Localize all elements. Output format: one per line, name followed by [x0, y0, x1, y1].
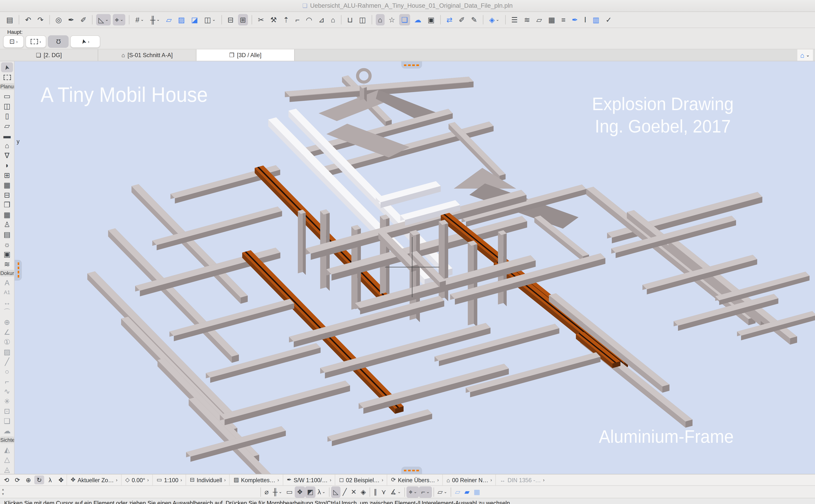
- transfer-settings-button[interactable]: ⇄: [444, 14, 455, 26]
- 3d-viewport[interactable]: A Tiny Mobil House Explosion Drawing Ing…: [14, 61, 815, 474]
- toolbox-section-sichten[interactable]: Sichte: [0, 437, 14, 443]
- layers-button[interactable]: ☰: [509, 14, 520, 26]
- tool-spline[interactable]: ∿: [1, 386, 13, 396]
- parallel-constraint-button[interactable]: ∥: [372, 486, 379, 498]
- walk-mode-button[interactable]: λ: [45, 475, 55, 484]
- guide-lines-toggle[interactable]: ◺: [331, 486, 341, 498]
- tool-polyline[interactable]: ⌐: [1, 376, 13, 386]
- tool-hotspot[interactable]: ✳: [1, 396, 13, 406]
- schedule-button[interactable]: ▥: [590, 14, 601, 26]
- tool-column[interactable]: ▯: [1, 111, 13, 121]
- model-beam-face[interactable]: [332, 414, 432, 446]
- pane-handle-left[interactable]: [14, 260, 22, 281]
- model-beam-face[interactable]: [474, 241, 477, 327]
- favorites-button[interactable]: ⌂: [376, 14, 384, 26]
- tool-drawing-id[interactable]: ①: [1, 337, 13, 347]
- zoom-in-button[interactable]: ⊕: [23, 475, 33, 484]
- view-settings-menu[interactable]: ⌂ ⌄: [797, 49, 813, 61]
- tool-lamp[interactable]: ☼: [1, 239, 13, 249]
- tool-arrow[interactable]: ➤: [1, 62, 13, 72]
- tool-elevation-marker[interactable]: △: [1, 454, 13, 464]
- tool-shell[interactable]: ∇: [1, 150, 13, 160]
- trim-button[interactable]: ⌐: [293, 14, 302, 26]
- grid-light-button[interactable]: ▱: [453, 486, 462, 498]
- subelement-select-button[interactable]: ◩: [305, 486, 315, 498]
- model-view-item[interactable]: ▨Komplettes…›: [229, 474, 283, 485]
- view-forward-button[interactable]: ⟳: [12, 475, 22, 484]
- cutaway-3d-button[interactable]: ◈⌄: [487, 14, 501, 26]
- ruler-button[interactable]: ▭: [284, 486, 295, 498]
- tool-beam[interactable]: ▬: [1, 130, 13, 140]
- undo-button[interactable]: ↶: [23, 14, 33, 26]
- tab-3d-alle[interactable]: ❒[3D / Alle]: [196, 49, 295, 61]
- tool-label[interactable]: A1: [1, 287, 13, 297]
- toolbox-scroll-arrows[interactable]: ▴▾: [2, 487, 4, 496]
- favorites-star-button[interactable]: ☆: [386, 14, 397, 26]
- model-beam-face[interactable]: [87, 271, 233, 415]
- model-beam-face[interactable]: [549, 293, 669, 386]
- measure-button[interactable]: ⊟: [226, 14, 236, 26]
- composites-button[interactable]: ≡: [559, 14, 568, 26]
- tool-figure[interactable]: ⊡: [1, 406, 13, 416]
- tool-opening[interactable]: ❒: [1, 200, 13, 210]
- user-profile-button[interactable]: λ⌄: [316, 486, 328, 498]
- pane-handle-bottom[interactable]: [401, 467, 422, 474]
- morph-select-button[interactable]: ⊡›: [3, 35, 24, 48]
- tab-2-dg[interactable]: ❏[2. DG]: [0, 49, 98, 61]
- grid-step-button[interactable]: ▦: [472, 486, 482, 498]
- beam-profile-button[interactable]: Ⅰ: [582, 14, 589, 26]
- tool-drawing[interactable]: ❏: [1, 416, 13, 426]
- view-back-button[interactable]: ⟲: [2, 475, 11, 484]
- grid-snap-button[interactable]: ╫⌄: [271, 486, 284, 498]
- model-beam-face[interactable]: [327, 409, 432, 441]
- pen-sets-button[interactable]: ✒: [570, 14, 580, 26]
- scale-item[interactable]: ▭1:100›: [152, 474, 186, 485]
- graphic-override-item[interactable]: ◻02 Beispiel…›: [335, 474, 387, 485]
- tool-fill[interactable]: ▨: [1, 347, 13, 356]
- redo-button[interactable]: ↷: [35, 14, 46, 26]
- reference-frame-button[interactable]: ◫⌄: [202, 14, 218, 26]
- model-beam-face[interactable]: [108, 230, 232, 363]
- tool-morph[interactable]: ◗: [1, 160, 13, 170]
- snap-guides-button[interactable]: ⌖⌄: [113, 14, 126, 26]
- suspend-groups-button[interactable]: ⌀: [262, 486, 271, 498]
- polyline-method-button[interactable]: ⌐⌄: [419, 486, 432, 498]
- tool-dimension[interactable]: ↔: [1, 297, 13, 307]
- inject-parameters-button[interactable]: ✐: [78, 14, 89, 26]
- model-beam-face[interactable]: [549, 295, 662, 393]
- roof-tool-button[interactable]: ⌂: [329, 14, 337, 26]
- grid-blue-button[interactable]: ▰: [462, 486, 472, 498]
- stretch-button[interactable]: ⊿: [316, 14, 327, 26]
- eraser-guides-button[interactable]: ◈: [359, 486, 368, 498]
- tool-level-dimension[interactable]: ⊕: [1, 317, 13, 327]
- cloud-settings-button[interactable]: ☁: [412, 14, 423, 26]
- tool-stair[interactable]: ▤: [1, 229, 13, 239]
- tool-revision-cloud[interactable]: ☁: [1, 426, 13, 436]
- pen-set-item[interactable]: ✒S/W 1:100/…›: [283, 474, 335, 485]
- surface-paint-button[interactable]: ✎: [469, 14, 479, 26]
- tool-mesh[interactable]: ≋: [1, 259, 13, 269]
- guide-lines-button[interactable]: ◺⌄: [96, 14, 111, 26]
- building-materials-button[interactable]: ▦: [546, 14, 557, 26]
- fillet-button[interactable]: ◠: [304, 14, 314, 26]
- surfaces-button[interactable]: ≋: [522, 14, 532, 26]
- adjust-button[interactable]: ⚒: [268, 14, 279, 26]
- tool-window[interactable]: ⊞: [1, 170, 13, 180]
- checker-button[interactable]: ✓: [604, 14, 614, 26]
- snap-x-button[interactable]: ✕: [349, 486, 359, 498]
- model-beam-face[interactable]: [225, 385, 350, 425]
- arrow-tool-button[interactable]: ➤›: [70, 35, 100, 48]
- wall-join-button[interactable]: ⊔: [345, 14, 355, 26]
- marquee-select-button[interactable]: ›: [25, 35, 46, 48]
- dimension-standard-item[interactable]: ↔DIN 1356 -…›: [496, 474, 548, 485]
- zoom-preset-item[interactable]: ✥Aktueller Zo…›: [67, 474, 121, 485]
- orbit-button[interactable]: ↻: [34, 475, 44, 484]
- trace-options-button[interactable]: ◪: [189, 14, 200, 26]
- home-story-item[interactable]: ⌂00 Reiner N…›: [442, 474, 496, 485]
- align-button[interactable]: ⇡: [281, 14, 291, 26]
- grid-pen-button[interactable]: ▱⌄: [435, 486, 449, 498]
- trace-reference-button[interactable]: ▱: [164, 14, 174, 26]
- layer-combination-item[interactable]: ⊟Individuell›: [186, 474, 230, 485]
- tool-wall[interactable]: ▭: [1, 91, 13, 101]
- renovation-filter-item[interactable]: ⟳Keine Übers…›: [387, 474, 442, 485]
